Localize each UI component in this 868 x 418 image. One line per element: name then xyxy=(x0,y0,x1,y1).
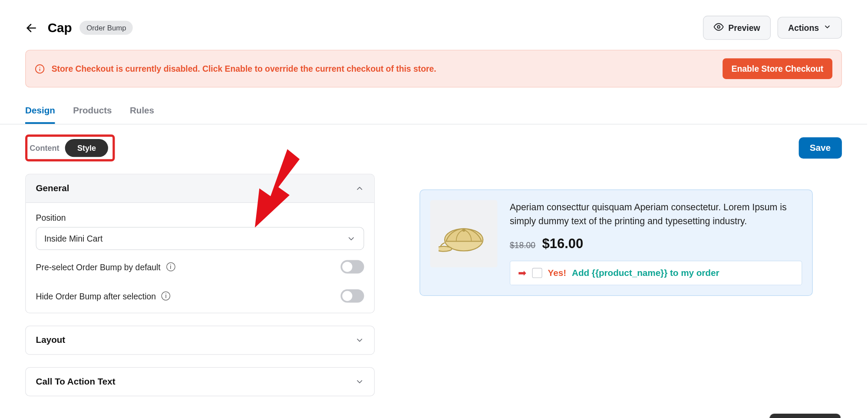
cta-box[interactable]: ➡ Yes! Add {{product_name}} to my order xyxy=(510,260,802,285)
hide-after-toggle[interactable] xyxy=(340,289,364,303)
panel-cta-header[interactable]: Call To Action Text xyxy=(26,368,374,396)
svg-point-1 xyxy=(718,26,720,28)
eye-icon xyxy=(714,22,724,33)
save-button[interactable]: Save xyxy=(799,137,842,159)
alert-text: Store Checkout is currently disabled. Cl… xyxy=(52,64,716,73)
chevron-down-icon xyxy=(355,377,364,386)
info-icon xyxy=(35,63,45,73)
preselect-row: Pre-select Order Bump by default i xyxy=(36,250,364,273)
preselect-toggle[interactable] xyxy=(340,260,364,274)
preview-button[interactable]: Preview xyxy=(703,16,771,40)
design-subheader: Content Style Save xyxy=(0,124,867,165)
tab-products[interactable]: Products xyxy=(73,100,112,124)
order-bump-preview-card: Aperiam consecttur quisquam Aperiam cons… xyxy=(419,189,813,295)
segment-content[interactable]: Content xyxy=(27,140,65,156)
panel-general: General Position Inside Mini Cart xyxy=(25,174,375,313)
chevron-down-icon xyxy=(355,336,364,345)
cta-rest-text: Add {{product_name}} to my order xyxy=(572,268,719,278)
panel-cta-text: Call To Action Text xyxy=(25,367,375,396)
tab-rules[interactable]: Rules xyxy=(130,100,154,124)
enable-checkout-button[interactable]: Enable Store Checkout xyxy=(723,58,832,79)
main-tabs: Design Products Rules xyxy=(0,100,867,125)
page-header: Cap Order Bump Preview Actions xyxy=(0,0,867,50)
info-icon[interactable]: i xyxy=(166,262,175,272)
info-icon[interactable]: i xyxy=(162,292,171,301)
panel-general-header[interactable]: General xyxy=(26,174,374,203)
panel-layout-header[interactable]: Layout xyxy=(26,326,374,355)
sale-price: $16.00 xyxy=(542,236,584,251)
preview-column: Aperiam consecttur quisquam Aperiam cons… xyxy=(390,174,842,409)
panel-layout: Layout xyxy=(25,325,375,355)
change-skin-button[interactable]: Change Skin xyxy=(770,414,841,418)
hide-after-label: Hide Order Bump after selection xyxy=(36,291,156,301)
offer-description: Aperiam consecttur quisquam Aperiam cons… xyxy=(510,200,802,228)
actions-dropdown-button[interactable]: Actions xyxy=(777,17,842,39)
product-image-placeholder xyxy=(430,200,498,268)
cta-yes-text: Yes! xyxy=(548,268,566,278)
original-price: $18.00 xyxy=(510,240,535,250)
segment-style[interactable]: Style xyxy=(65,139,108,157)
hide-after-row: Hide Order Bump after selection i xyxy=(36,274,364,303)
settings-column: General Position Inside Mini Cart xyxy=(25,174,375,409)
svg-point-6 xyxy=(439,246,452,252)
checkout-disabled-alert: Store Checkout is currently disabled. Cl… xyxy=(25,50,842,87)
preselect-label: Pre-select Order Bump by default xyxy=(36,262,161,272)
arrow-right-icon: ➡ xyxy=(518,266,526,279)
tab-design[interactable]: Design xyxy=(25,100,55,124)
chevron-down-icon xyxy=(347,234,356,243)
position-select[interactable]: Inside Mini Cart xyxy=(36,227,364,250)
back-arrow-icon[interactable] xyxy=(25,22,37,34)
type-badge: Order Bump xyxy=(80,21,133,35)
price-row: $18.00 $16.00 xyxy=(510,236,802,251)
page-title: Cap xyxy=(48,20,72,35)
chevron-up-icon xyxy=(355,184,364,193)
position-label: Position xyxy=(36,213,364,222)
cta-checkbox[interactable] xyxy=(532,268,542,278)
style-segment-highlighted: Content Style xyxy=(25,135,115,162)
chevron-down-icon xyxy=(823,23,831,33)
